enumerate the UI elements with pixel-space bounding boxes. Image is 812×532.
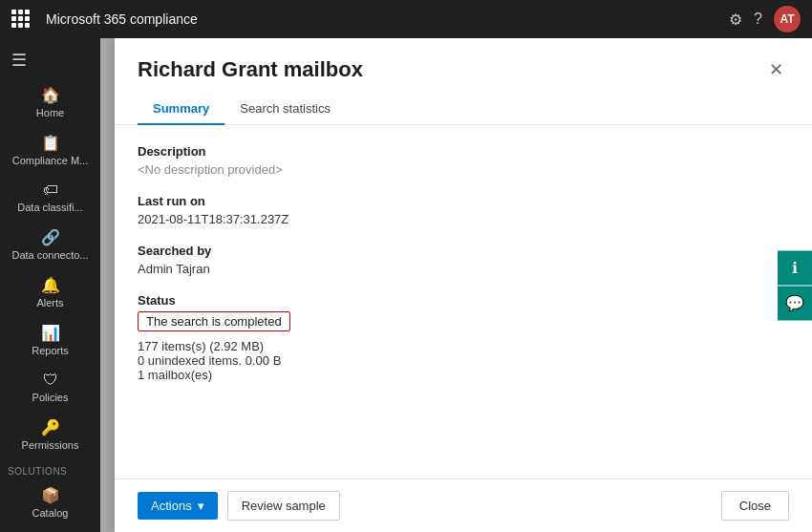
sidebar-item-audit[interactable]: 📝 Audit	[0, 526, 100, 532]
sidebar-item-label: Permissions	[22, 439, 79, 451]
description-value: <No description provided>	[138, 162, 789, 177]
tab-summary[interactable]: Summary	[138, 94, 224, 125]
sidebar-item-label: Home	[36, 107, 64, 118]
sidebar-item-policies[interactable]: 🛡 Policies	[0, 364, 100, 411]
close-footer-button[interactable]: Close	[721, 491, 789, 521]
last-run-label: Last run on	[138, 194, 789, 208]
sidebar-item-compliance[interactable]: 📋 Compliance M...	[0, 126, 100, 174]
sidebar-item-label: Compliance M...	[12, 155, 88, 166]
flyout-header: Richard Grant mailbox ✕	[115, 38, 812, 82]
status-label: Status	[138, 293, 789, 308]
dataconnector-icon: 🔗	[41, 228, 60, 246]
flyout-tabs: Summary Search statistics	[115, 82, 812, 125]
sidebar-item-reports[interactable]: 📊 Reports	[0, 316, 100, 364]
sidebar-item-label: Alerts	[36, 297, 63, 309]
searched-by-label: Searched by	[138, 244, 789, 258]
searched-by-value: Admin Tajran	[138, 262, 789, 276]
catalog-icon: 📦	[41, 486, 60, 504]
sidebar-item-label: Catalog	[32, 507, 69, 519]
dataclass-icon: 🏷	[43, 181, 58, 199]
topbar-icons: ⚙ ? AT	[729, 6, 801, 32]
flyout-footer: Actions ▾ Review sample Close	[115, 479, 812, 532]
status-section: Status The search is completed 177 items…	[138, 293, 789, 382]
help-icon[interactable]: ?	[754, 11, 762, 28]
topbar: Microsoft 365 compliance ⚙ ? AT	[0, 0, 812, 38]
sidebar-item-label: Policies	[32, 392, 69, 403]
items-line1: 177 items(s) (2.92 MB)	[138, 339, 789, 353]
flyout-panel: Richard Grant mailbox ✕ Summary Search s…	[115, 38, 812, 532]
description-label: Description	[138, 144, 789, 159]
flyout-body: Description <No description provided> La…	[115, 125, 812, 479]
last-run-section: Last run on 2021-08-11T18:37:31.237Z	[138, 194, 789, 226]
sidebar-toggle[interactable]: ☰	[0, 42, 100, 78]
sidebar-item-alerts[interactable]: 🔔 Alerts	[0, 268, 100, 316]
description-section: Description <No description provided>	[138, 144, 789, 177]
sidebar-item-permissions[interactable]: 🔑 Permissions	[0, 411, 100, 458]
flyout-close-button[interactable]: ✕	[763, 57, 789, 82]
compliance-icon: 📋	[41, 134, 60, 152]
chat-float-button[interactable]: 💬	[778, 286, 812, 320]
tab-search-statistics[interactable]: Search statistics	[224, 94, 346, 125]
right-float-panel: ℹ 💬	[778, 250, 812, 320]
status-badge: The search is completed	[138, 311, 290, 331]
sidebar-item-label: Data connecto...	[11, 249, 88, 261]
sidebar-item-label: Data classifi...	[17, 202, 82, 213]
info-float-button[interactable]: ℹ	[778, 250, 812, 285]
solutions-section-label: Solutions	[0, 458, 100, 479]
avatar[interactable]: AT	[774, 6, 801, 32]
actions-button[interactable]: Actions ▾	[138, 492, 218, 520]
reports-icon: 📊	[41, 324, 60, 342]
items-line3: 1 mailbox(es)	[138, 368, 789, 382]
sidebar-item-home[interactable]: 🏠 Home	[0, 78, 100, 126]
flyout-title: Richard Grant mailbox	[138, 57, 363, 82]
permissions-icon: 🔑	[41, 418, 60, 436]
searched-by-section: Searched by Admin Tajran	[138, 244, 789, 276]
last-run-value: 2021-08-11T18:37:31.237Z	[138, 212, 789, 226]
sidebar-item-catalog[interactable]: 📦 Catalog	[0, 479, 100, 526]
review-sample-button[interactable]: Review sample	[227, 491, 340, 521]
alerts-icon: 🔔	[41, 276, 60, 294]
content-area: Richard Grant mailbox ✕ Summary Search s…	[100, 38, 812, 532]
app-title: Microsoft 365 compliance	[46, 11, 721, 27]
sidebar-item-dataclass[interactable]: 🏷 Data classifi...	[0, 174, 100, 221]
settings-icon[interactable]: ⚙	[729, 11, 742, 29]
actions-label: Actions	[151, 499, 192, 513]
sidebar: ☰ 🏠 Home 📋 Compliance M... 🏷 Data classi…	[0, 38, 100, 532]
main-layout: ☰ 🏠 Home 📋 Compliance M... 🏷 Data classi…	[0, 38, 812, 532]
sidebar-item-label: Reports	[32, 345, 69, 356]
policies-icon: 🛡	[43, 372, 58, 389]
waffle-menu[interactable]	[11, 10, 31, 29]
items-line2: 0 unindexed items. 0.00 B	[138, 353, 789, 368]
sidebar-item-dataconnector[interactable]: 🔗 Data connecto...	[0, 221, 100, 268]
actions-chevron-icon: ▾	[198, 499, 204, 513]
home-icon: 🏠	[41, 86, 60, 104]
